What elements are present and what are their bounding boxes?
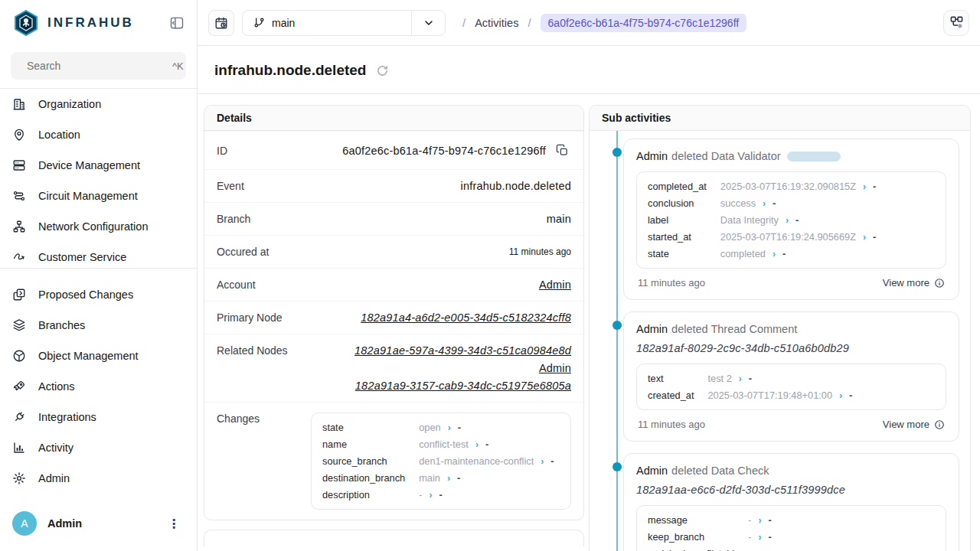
chevron-down-icon bbox=[423, 17, 435, 29]
breadcrumb-separator: / bbox=[462, 16, 466, 29]
sub-activities-panel: Sub activities Admin deleted Data Valida… bbox=[589, 105, 971, 551]
card-action: deleted Data Check bbox=[671, 465, 769, 477]
sidebar-item-label: Network Configuration bbox=[38, 220, 148, 233]
next-panel-top-edge bbox=[204, 530, 584, 546]
changes-properties: state open›- name conflict-test›- source… bbox=[311, 412, 571, 510]
workflow-icon bbox=[949, 15, 964, 30]
sidebar-item-device-management[interactable]: Device Management bbox=[0, 150, 197, 181]
account-link[interactable]: Admin bbox=[539, 279, 571, 291]
map-pin-icon bbox=[12, 128, 26, 142]
user-row: A Admin ⋮ bbox=[0, 502, 197, 551]
chevron-right-icon: › bbox=[448, 422, 451, 433]
breadcrumb-event-id-chip[interactable]: 6a0f2e6c-b61a-4f75-b974-c76c1e1296ff bbox=[541, 14, 747, 32]
network-icon bbox=[12, 220, 26, 233]
sidebar-item-label: Branches bbox=[38, 319, 85, 331]
card-timestamp: 11 minutes ago bbox=[638, 419, 705, 430]
chevron-right-icon: › bbox=[429, 490, 432, 500]
schema-visualizer-button[interactable] bbox=[943, 10, 969, 36]
rocket-icon bbox=[12, 380, 26, 393]
infrahub-logo-icon bbox=[12, 9, 40, 37]
details-row-occured-at: Occured at 11 minutes ago bbox=[204, 235, 583, 268]
sidebar-item-label: Organization bbox=[38, 98, 101, 110]
related-node-link[interactable]: Admin bbox=[539, 362, 571, 374]
sidebar-item-organization[interactable]: Organization bbox=[0, 89, 197, 119]
page-title: infrahub.node.deleted bbox=[214, 62, 366, 79]
user-menu-kebab-icon[interactable]: ⋮ bbox=[163, 515, 185, 533]
details-row-account: Account Admin bbox=[204, 268, 583, 301]
refresh-icon[interactable] bbox=[376, 64, 389, 77]
sidebar-item-circuit-management[interactable]: Circuit Management bbox=[0, 181, 197, 211]
card-properties: completed_at 2025-03-07T16:19:32.090815Z… bbox=[636, 171, 946, 269]
view-more-button[interactable]: View more bbox=[883, 277, 945, 289]
related-node-link[interactable]: 182a91ae-597a-4399-34d3-c51ca0984e8d bbox=[354, 344, 571, 357]
card-action: deleted Data Validator bbox=[671, 150, 780, 162]
chevron-right-icon: › bbox=[839, 390, 842, 401]
card-actor: Admin bbox=[636, 323, 668, 335]
customer-service-icon bbox=[12, 250, 26, 264]
details-row-branch: Branch main bbox=[204, 202, 583, 235]
sidebar-item-label: Customer Service bbox=[38, 251, 126, 263]
branch-value: main bbox=[547, 213, 571, 225]
sub-activities-title: Sub activities bbox=[590, 106, 970, 131]
details-row-id: ID 6a0f2e6c-b61a-4f75-b974-c76c1e1296ff bbox=[204, 131, 583, 169]
git-branch-icon bbox=[253, 17, 265, 28]
details-row-changes: Changes state open›- name conflict-test›… bbox=[204, 402, 583, 520]
copy-icon[interactable] bbox=[554, 142, 571, 159]
sidebar-item-branches[interactable]: Branches bbox=[0, 310, 197, 341]
details-row-primary-node: Primary Node 182a91a4-a6d2-e005-34d5-c51… bbox=[204, 301, 583, 334]
sidebar-item-integrations[interactable]: Integrations bbox=[0, 402, 197, 432]
sidebar-collapse-icon[interactable] bbox=[168, 14, 186, 32]
redacted-badge bbox=[787, 152, 841, 161]
sidebar-item-object-management[interactable]: Object Management bbox=[0, 341, 197, 371]
card-node-id: 182a91af-8029-2c9c-34db-c510a6b0db29 bbox=[636, 342, 946, 354]
sidebar-item-proposed-changes[interactable]: Proposed Changes bbox=[0, 279, 197, 310]
related-node-link[interactable]: 182a91a9-3157-cab9-34dc-c51975e6805a bbox=[355, 380, 571, 392]
card-properties: message -›- keep_branch -›- enriched_con… bbox=[636, 505, 946, 551]
chevron-right-icon: › bbox=[541, 456, 544, 467]
card-timestamp: 11 minutes ago bbox=[638, 277, 705, 289]
card-properties: text test 2›- created_at 2025-03-07T17:1… bbox=[636, 364, 946, 410]
branch-dropdown-toggle[interactable] bbox=[411, 11, 445, 35]
time-travel-button[interactable] bbox=[208, 10, 234, 36]
sub-activity-card: Admin deleted Data Validator completed_a… bbox=[623, 139, 959, 300]
details-row-event: Event infrahub.node.deleted bbox=[204, 169, 583, 202]
brand-name: INFRAHUB bbox=[47, 15, 168, 31]
sidebar-item-admin[interactable]: Admin bbox=[0, 463, 197, 494]
branch-selector[interactable]: main bbox=[242, 10, 446, 36]
sidebar-item-customer-service[interactable]: Customer Service bbox=[0, 242, 197, 268]
sidebar-item-label: Location bbox=[38, 129, 80, 141]
primary-node-link[interactable]: 182a91a4-a6d2-e005-34d5-c5182324cff8 bbox=[361, 311, 571, 324]
sidebar-nav-group-2: Proposed Changes Branches Object Managem… bbox=[0, 269, 197, 494]
timeline-row: Admin deleted Data Check 182a91aa-e6c6-d… bbox=[590, 453, 959, 551]
chevron-right-icon: › bbox=[758, 549, 761, 551]
view-more-button[interactable]: View more bbox=[883, 419, 945, 430]
sidebar-item-label: Circuit Management bbox=[38, 190, 138, 202]
info-icon bbox=[934, 278, 945, 289]
search-shortcut: ^K bbox=[172, 60, 184, 72]
circuit-icon bbox=[12, 189, 26, 203]
layers-icon bbox=[12, 318, 26, 332]
proposed-changes-icon bbox=[12, 288, 26, 302]
info-icon bbox=[934, 419, 945, 430]
calendar-clock-icon bbox=[214, 16, 228, 30]
plug-icon bbox=[12, 410, 26, 424]
card-node-id: 182a91aa-e6c6-d2fd-303d-c511f3999dce bbox=[636, 484, 946, 496]
main-content: infrahub.node.deleted Details ID bbox=[198, 46, 980, 551]
server-icon bbox=[12, 158, 26, 172]
sidebar-item-location[interactable]: Location bbox=[0, 119, 197, 150]
chevron-right-icon: › bbox=[863, 181, 866, 192]
chevron-right-icon: › bbox=[786, 215, 789, 226]
sidebar-item-activity[interactable]: Activity bbox=[0, 432, 197, 463]
sidebar-item-label: Integrations bbox=[38, 411, 96, 423]
breadcrumb-activities-link[interactable]: Activities bbox=[475, 17, 518, 29]
sidebar-item-network-configuration[interactable]: Network Configuration bbox=[0, 211, 197, 242]
breadcrumb: / Activities / 6a0f2e6c-b61a-4f75-b974-c… bbox=[462, 14, 936, 32]
chevron-right-icon: › bbox=[758, 532, 761, 543]
sidebar-item-label: Proposed Changes bbox=[38, 289, 133, 301]
search-box[interactable]: ^K bbox=[11, 52, 186, 80]
sidebar-item-actions[interactable]: Actions bbox=[0, 371, 197, 402]
branch-name: main bbox=[272, 17, 295, 29]
search-input[interactable] bbox=[27, 60, 165, 72]
event-name-value: infrahub.node.deleted bbox=[461, 180, 572, 192]
sidebar-item-label: Device Management bbox=[38, 159, 140, 171]
